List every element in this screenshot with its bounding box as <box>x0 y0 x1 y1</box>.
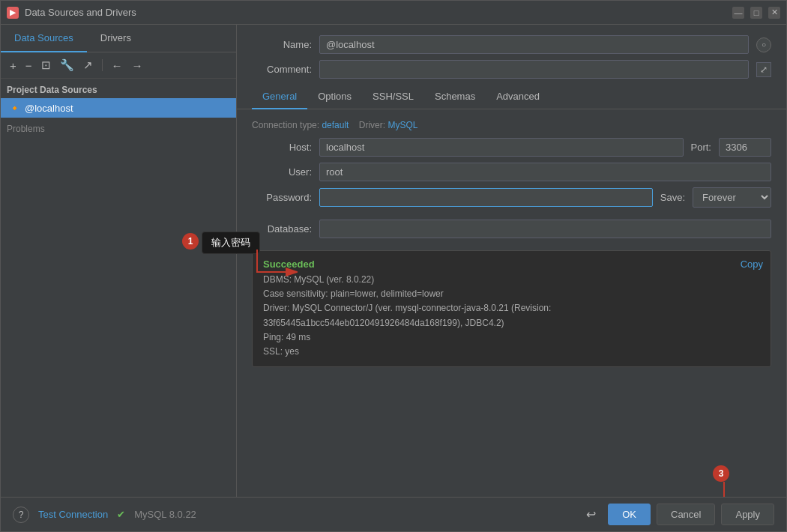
host-label: Host: <box>252 142 312 153</box>
problems-section: Problems <box>1 118 236 140</box>
port-label: Port: <box>691 142 711 153</box>
database-input[interactable] <box>319 220 771 238</box>
close-button[interactable]: ✕ <box>768 7 780 19</box>
project-datasources-header: Project Data Sources <box>1 79 236 98</box>
tab-ssh-ssl[interactable]: SSH/SSL <box>362 85 424 109</box>
success-box: Succeeded Copy DBMS: MySQL (ver. 8.0.22)… <box>252 250 771 367</box>
bottom-left: ? Test Connection ✔ MySQL 8.0.22 <box>13 507 196 523</box>
success-line-6: SSL: yes <box>263 345 760 359</box>
driver-link[interactable]: MySQL <box>388 120 417 130</box>
test-status-icon: ✔ <box>117 509 125 520</box>
name-circle-button[interactable]: ○ <box>756 37 771 52</box>
test-status-text: MySQL 8.0.22 <box>134 509 196 520</box>
window-controls: — □ ✕ <box>732 7 780 19</box>
window-title: Data Sources and Drivers <box>25 7 732 18</box>
cancel-button[interactable]: Cancel <box>657 504 715 525</box>
maximize-button[interactable]: □ <box>750 7 762 19</box>
app-icon: ▶ <box>7 7 19 19</box>
port-input[interactable] <box>719 138 771 157</box>
host-port-row: Host: Port: <box>237 138 786 163</box>
name-row: Name: ○ <box>237 25 786 57</box>
conn-type-label: Connection type: <box>252 120 319 130</box>
success-content: DBMS: MySQL (ver. 8.0.22) Case sensitivi… <box>263 273 760 359</box>
success-line-5: Ping: 49 ms <box>263 330 760 345</box>
bottom-bar: ? Test Connection ✔ MySQL 8.0.22 ↩ OK Ca… <box>1 497 786 531</box>
bottom-right: ↩ OK Cancel Apply <box>586 504 774 525</box>
test-connection-button[interactable]: Test Connection <box>38 509 108 520</box>
save-label: Save: <box>660 192 685 203</box>
user-label: User: <box>252 166 312 178</box>
add-button[interactable]: + <box>7 58 19 73</box>
name-label: Name: <box>252 39 312 50</box>
database-row: Database: <box>237 220 786 244</box>
main-layout: Data Sources Drivers + − ⊡ 🔧 ↗ ← → Proje… <box>1 25 786 497</box>
tab-advanced[interactable]: Advanced <box>486 85 550 109</box>
user-row: User: <box>252 163 771 181</box>
tab-options[interactable]: Options <box>307 85 362 109</box>
tab-drivers[interactable]: Drivers <box>87 25 145 52</box>
apply-button[interactable]: Apply <box>721 504 774 525</box>
comment-row: Comment: ⤢ <box>237 57 786 85</box>
tab-datasources[interactable]: Data Sources <box>1 25 87 52</box>
datasource-item-localhost[interactable]: 🔸 @localhost <box>1 98 236 118</box>
comment-expand-button[interactable]: ⤢ <box>756 62 771 77</box>
host-input[interactable] <box>319 138 684 157</box>
settings-button[interactable]: 🔧 <box>57 57 77 73</box>
password-row: Password: Save: Forever Until restart Ne… <box>252 187 771 208</box>
success-line-2: Case sensitivity: plain=lower, delimited… <box>263 287 760 301</box>
success-title: Succeeded <box>263 259 760 270</box>
left-panel: Data Sources Drivers + − ⊡ 🔧 ↗ ← → Proje… <box>1 25 237 497</box>
success-line-4: 33f65445a1bcc544eb0120491926484da168f199… <box>263 316 760 330</box>
back-button[interactable]: ← <box>109 58 126 73</box>
name-input[interactable] <box>319 35 749 54</box>
password-label: Password: <box>252 192 312 203</box>
comment-input[interactable] <box>319 60 749 79</box>
left-tabs: Data Sources Drivers <box>1 25 236 52</box>
database-label: Database: <box>252 223 312 235</box>
toolbar-sep <box>102 59 103 71</box>
conn-type-row: Connection type: default Driver: MySQL <box>237 117 786 138</box>
driver-label: Driver: <box>359 120 385 130</box>
password-input[interactable] <box>319 188 653 207</box>
save-select[interactable]: Forever Until restart Never <box>693 187 771 208</box>
duplicate-button[interactable]: ⊡ <box>38 57 54 73</box>
copy-button[interactable]: Copy <box>741 259 763 270</box>
main-window: ▶ Data Sources and Drivers — □ ✕ Data So… <box>0 0 787 532</box>
user-input[interactable] <box>319 163 771 181</box>
datasource-name: @localhost <box>25 103 73 114</box>
titlebar: ▶ Data Sources and Drivers — □ ✕ <box>1 1 786 25</box>
comment-label: Comment: <box>252 64 312 75</box>
left-toolbar: + − ⊡ 🔧 ↗ ← → <box>1 52 236 79</box>
undo-button[interactable]: ↩ <box>586 507 596 522</box>
right-panel: Name: ○ Comment: ⤢ General Options SSH/S… <box>237 25 786 497</box>
tab-general[interactable]: General <box>252 85 307 109</box>
remove-button[interactable]: − <box>22 58 35 73</box>
right-tabs: General Options SSH/SSL Schemas Advanced <box>237 85 786 109</box>
conn-type-link[interactable]: default <box>322 120 349 130</box>
help-button[interactable]: ? <box>13 507 29 523</box>
problems-label: Problems <box>7 124 45 134</box>
tab-schemas[interactable]: Schemas <box>424 85 486 109</box>
ok-button[interactable]: OK <box>608 504 651 525</box>
export-button[interactable]: ↗ <box>80 57 96 73</box>
credentials-section: User: Password: Save: Forever Until rest… <box>237 163 786 220</box>
minimize-button[interactable]: — <box>732 7 744 19</box>
success-line-1: DBMS: MySQL (ver. 8.0.22) <box>263 273 760 287</box>
forward-button[interactable]: → <box>129 58 146 73</box>
success-line-3: Driver: MySQL Connector/J (ver. mysql-co… <box>263 301 760 315</box>
datasource-icon: 🔸 <box>8 102 20 114</box>
